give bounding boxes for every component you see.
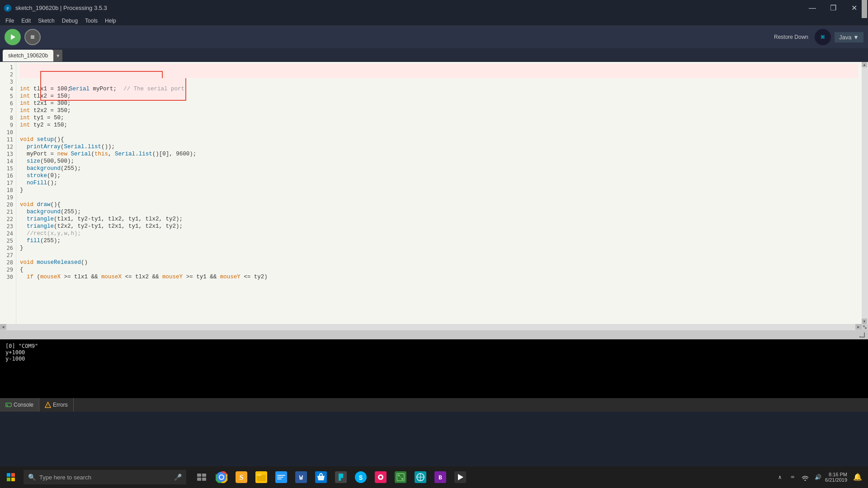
console-tab[interactable]: Console — [0, 398, 39, 412]
taskbar-explorer[interactable] — [251, 467, 271, 487]
expand-icon[interactable] — [863, 325, 867, 329]
code-line-6: int t2x1 = 300; — [20, 100, 858, 107]
chrome-icon — [216, 471, 227, 483]
menu-debug[interactable]: Debug — [58, 17, 81, 25]
svg-rect-10 — [11, 473, 15, 477]
start-button[interactable] — [0, 466, 22, 488]
taskbar-apps: S W — [192, 467, 774, 487]
menu-file[interactable]: File — [2, 17, 18, 25]
menu-sketch[interactable]: Sketch — [34, 17, 58, 25]
line-num-11: 11 — [3, 136, 13, 143]
wifi-icon — [802, 474, 809, 481]
taskbar-github[interactable] — [331, 467, 351, 487]
toolbar-left — [5, 29, 41, 45]
code-line-15: background(255); — [20, 165, 858, 172]
taskbar-store[interactable] — [311, 467, 331, 487]
taskbar-pcb[interactable] — [391, 467, 410, 487]
taskbar-skype[interactable]: S — [351, 467, 371, 487]
scroll-thumb[interactable] — [862, 0, 867, 18]
minimize-button[interactable]: — — [802, 0, 823, 16]
code-line-25: fill(255); — [20, 237, 858, 244]
svg-marker-2 — [11, 34, 15, 40]
svg-point-53 — [805, 480, 806, 481]
line-num-10: 10 — [3, 129, 13, 136]
svg-rect-24 — [257, 474, 261, 476]
expand-console-icon[interactable] — [858, 331, 866, 339]
stop-button[interactable] — [24, 29, 41, 45]
notification-button[interactable]: 🔔 — [851, 466, 864, 488]
network-icon[interactable] — [800, 472, 811, 483]
taskbar-task-view[interactable] — [192, 467, 212, 487]
scroll-up-arrow[interactable]: ▲ — [862, 62, 867, 67]
taskbar: 🔍 Type here to search 🎤 — [0, 466, 868, 488]
search-bar[interactable]: 🔍 Type here to search 🎤 — [24, 470, 186, 484]
errors-tab[interactable]: ! Errors — [39, 398, 74, 412]
line-num-6: 6 — [3, 100, 13, 107]
line-num-24: 24 — [3, 230, 13, 237]
menu-help[interactable]: Help — [101, 17, 120, 25]
sketch-tab[interactable]: sketch_190620b — [3, 50, 53, 61]
line-num-30: 30 — [3, 273, 13, 281]
line-num-8: 8 — [3, 114, 13, 122]
show-hidden-icons-button[interactable]: ∧ — [774, 472, 785, 483]
scroll-right-arrow[interactable]: ▶ — [855, 324, 862, 329]
restore-down-button[interactable]: Restore Down — [771, 33, 811, 41]
menu-tools[interactable]: Tools — [81, 17, 101, 25]
tab-name: sketch_190620b — [8, 52, 48, 59]
taskbar-browser[interactable] — [410, 467, 430, 487]
horizontal-scrollbar[interactable] — [6, 324, 855, 330]
volume-icon[interactable]: 🔊 — [812, 472, 823, 483]
line-num-26: 26 — [3, 244, 13, 252]
console-tab-icon — [5, 402, 12, 408]
vertical-scrollbar[interactable]: ▲ ▼ — [862, 62, 868, 324]
browser-icon — [415, 471, 426, 483]
line-num-27: 27 — [3, 252, 13, 259]
taskbar-notes[interactable] — [271, 467, 291, 487]
svg-text:S: S — [240, 474, 244, 481]
title-bar-left: P sketch_190620b | Processing 3.5.3 — [4, 4, 107, 12]
menu-edit[interactable]: Edit — [18, 17, 34, 25]
code-line-26: } — [20, 244, 858, 252]
console-area: [0] "COM9" y+1000 y-1000 — [0, 339, 868, 398]
tab-bar: sketch_190620b ▼ — [0, 48, 868, 62]
explorer-icon — [255, 471, 267, 483]
microphone-icon[interactable]: 🎤 — [174, 474, 182, 481]
line-num-28: 28 — [3, 259, 13, 266]
code-line-21: background(255); — [20, 208, 858, 216]
line-num-13: 13 — [3, 150, 13, 158]
opera-icon: S — [236, 471, 247, 483]
line-num-12: 12 — [3, 143, 13, 150]
taskbar-word[interactable]: W — [291, 467, 311, 487]
console-line-2: y+1000 — [5, 349, 863, 356]
scroll-down-arrow[interactable]: ▼ — [862, 319, 867, 324]
clock[interactable]: 8:16 PM 6/21/2019 — [825, 472, 849, 483]
line-num-21: 21 — [3, 208, 13, 216]
title-bar-title: sketch_190620b | Processing 3.5.3 — [15, 5, 107, 11]
scroll-left-arrow[interactable]: ◀ — [0, 324, 6, 329]
code-line-10 — [20, 129, 858, 136]
keyboard-layout-icon[interactable]: ⌨ — [787, 472, 798, 483]
taskbar-paint[interactable] — [371, 467, 391, 487]
menu-bar: File Edit Sketch Debug Tools Help — [0, 16, 868, 26]
code-line-17: noFill(); — [20, 179, 858, 187]
line-numbers: 1 2 3 4 5 6 7 8 9 10 11 12 13 14 15 16 1… — [0, 62, 16, 324]
taskbar-chrome[interactable] — [212, 467, 231, 487]
taskbar-purple-app[interactable]: B — [430, 467, 450, 487]
line-num-19: 19 — [3, 194, 13, 201]
tab-arrow-button[interactable]: ▼ — [53, 50, 62, 61]
code-line-24: //rect(x,y,w,h); — [20, 230, 858, 237]
line-num-16: 16 — [3, 172, 13, 179]
java-mode-button[interactable]: Java ▼ — [835, 32, 863, 42]
taskbar-media[interactable] — [450, 467, 470, 487]
maximize-button[interactable]: ❐ — [823, 0, 844, 16]
code-line-19 — [20, 194, 858, 201]
svg-point-39 — [379, 476, 382, 479]
code-line-9: int ty2 = 150; — [20, 122, 858, 129]
taskbar-opera[interactable]: S — [231, 467, 251, 487]
svg-point-19 — [220, 475, 223, 479]
code-line-7: int t2x2 = 350; — [20, 107, 858, 114]
windows-logo-icon — [6, 473, 15, 482]
code-editor[interactable]: import processing.serial.*; Serial myPor… — [16, 62, 862, 324]
line-num-18: 18 — [3, 187, 13, 194]
play-button[interactable] — [5, 29, 21, 45]
